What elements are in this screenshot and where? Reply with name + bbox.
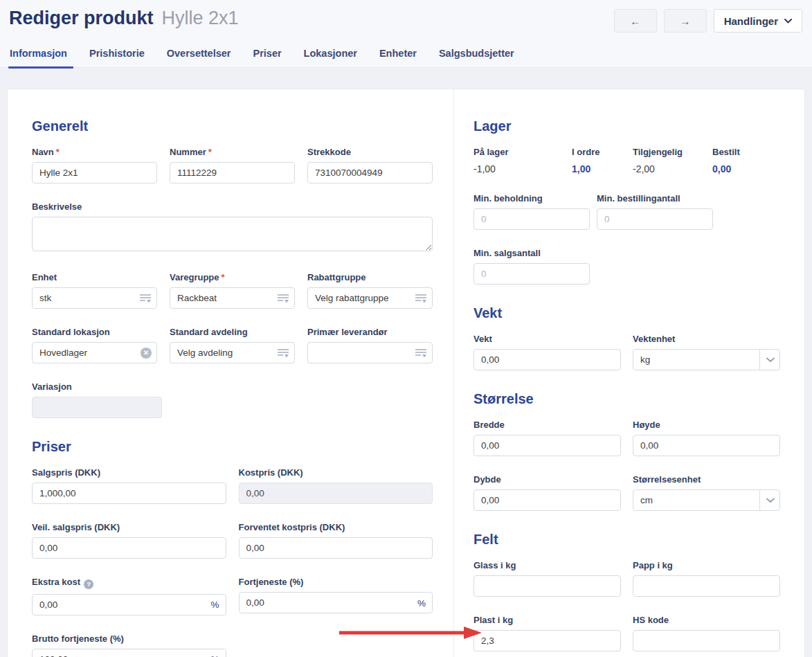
- field-glass-i-kg: Glass i kg: [473, 560, 621, 597]
- section-heading-generelt: Generelt: [32, 118, 433, 134]
- vektenhet-select[interactable]: [633, 349, 780, 370]
- chevron-down-icon: [784, 19, 792, 24]
- stat-tilgjengelig-value: -2,00: [633, 163, 712, 174]
- standard-avdeling-select[interactable]: [170, 342, 295, 363]
- dropdown-list-icon[interactable]: [140, 294, 152, 303]
- field-kostpris: Kostpris (DKK): [239, 467, 433, 504]
- dropdown-list-icon[interactable]: [415, 348, 427, 358]
- dropdown-list-icon[interactable]: [278, 294, 289, 303]
- field-standard-lokasjon: Standard lokasjon ✕: [32, 327, 157, 363]
- arrow-right-icon: →: [680, 15, 690, 27]
- tab-salgsbudsjetter[interactable]: Salgsbudsjetter: [438, 42, 515, 67]
- forventet-kostpris-input[interactable]: [239, 537, 433, 559]
- field-hs-kode: HS kode: [633, 615, 780, 651]
- tab-oversettelser[interactable]: Oversettelser: [166, 42, 232, 67]
- papp-i-kg-input[interactable]: [633, 575, 780, 597]
- varegruppe-label: Varegruppe: [170, 272, 219, 282]
- page-header: Rediger produkt Hylle 2x1 ← → Handlinger…: [0, 0, 812, 68]
- variasjon-input: [32, 397, 162, 418]
- beskrivelse-label: Beskrivelse: [32, 201, 433, 212]
- field-vekt: Vekt: [473, 334, 621, 370]
- nummer-input[interactable]: [170, 162, 295, 183]
- field-nummer: Nummer*: [170, 147, 295, 183]
- dropdown-list-icon[interactable]: [415, 294, 427, 303]
- help-icon[interactable]: ?: [84, 579, 93, 589]
- brutto-fortjeneste-label: Brutto fortjeneste (%): [32, 633, 226, 644]
- field-storrelsesenhet: Størrelsesenhet: [633, 474, 780, 511]
- kostpris-label: Kostpris (DKK): [239, 467, 433, 478]
- strekkode-input[interactable]: [307, 162, 433, 183]
- field-beskrivelse: Beskrivelse: [32, 201, 433, 254]
- navn-input[interactable]: [32, 162, 157, 183]
- bredde-label: Bredde: [473, 420, 621, 430]
- tab-prishistorie[interactable]: Prishistorie: [89, 42, 145, 67]
- brutto-fortjeneste-input[interactable]: [32, 649, 226, 657]
- tab-lokasjoner[interactable]: Lokasjoner: [303, 42, 358, 67]
- stat-i-ordre-value[interactable]: 1,00: [572, 163, 633, 174]
- required-asterisk: *: [222, 272, 225, 282]
- chevron-down-icon[interactable]: [759, 489, 780, 511]
- right-column: Lager På lager -1,00 I ordre 1,00 Tilgje…: [454, 89, 804, 657]
- enhet-select[interactable]: [32, 287, 157, 309]
- chevron-down-icon[interactable]: [759, 349, 780, 370]
- glass-i-kg-input[interactable]: [473, 575, 621, 597]
- min-salgsantall-input[interactable]: [473, 263, 590, 285]
- tab-priser[interactable]: Priser: [252, 42, 282, 67]
- veil-salgspris-input[interactable]: [32, 537, 226, 559]
- stat-tilgjengelig: Tilgjengelig -2,00: [633, 147, 712, 174]
- field-varegruppe: Varegruppe*: [170, 272, 295, 309]
- papp-i-kg-label: Papp i kg: [633, 560, 780, 570]
- dropdown-list-icon[interactable]: [278, 348, 289, 358]
- clear-icon[interactable]: ✕: [141, 348, 152, 359]
- ekstra-kost-input[interactable]: [32, 594, 226, 615]
- nummer-label: Nummer: [170, 147, 206, 157]
- min-salgsantall-label: Min. salgsantall: [473, 248, 590, 258]
- stock-stats: På lager -1,00 I ordre 1,00 Tilgjengelig…: [473, 147, 780, 174]
- plast-i-kg-input[interactable]: [473, 630, 621, 651]
- strekkode-label: Strekkode: [307, 147, 433, 157]
- fortjeneste-input[interactable]: [239, 592, 433, 613]
- storrelsesenhet-label: Størrelsesenhet: [633, 474, 780, 485]
- hoyde-input[interactable]: [633, 435, 780, 456]
- salgspris-label: Salgspris (DKK): [32, 467, 226, 478]
- vekt-input[interactable]: [473, 349, 621, 370]
- field-papp-i-kg: Papp i kg: [633, 560, 780, 597]
- standard-avdeling-label: Standard avdeling: [170, 327, 295, 337]
- field-variasjon: Variasjon: [32, 381, 433, 418]
- next-product-button[interactable]: →: [664, 9, 707, 33]
- ekstra-kost-label: Ekstra kost: [32, 577, 80, 587]
- dybde-input[interactable]: [473, 489, 621, 511]
- hoyde-label: Høyde: [633, 420, 780, 430]
- field-salgspris: Salgspris (DKK): [32, 467, 226, 504]
- standard-lokasjon-select[interactable]: [32, 342, 157, 363]
- field-vektenhet: Vektenhet: [633, 334, 780, 370]
- field-primaer-leverandor: Primær leverandør: [307, 327, 433, 363]
- field-standard-avdeling: Standard avdeling: [170, 327, 295, 363]
- field-ekstra-kost: Ekstra kost? %: [32, 577, 226, 615]
- rabattgruppe-select[interactable]: [307, 287, 433, 309]
- variasjon-label: Variasjon: [32, 381, 433, 392]
- field-bredde: Bredde: [473, 420, 621, 456]
- required-asterisk: *: [56, 147, 60, 157]
- min-beholdning-input[interactable]: [473, 208, 590, 230]
- bredde-input[interactable]: [473, 435, 621, 456]
- actions-button-label: Handlinger: [724, 15, 778, 27]
- previous-product-button[interactable]: ←: [614, 9, 657, 33]
- stat-bestilt-value[interactable]: 0,00: [712, 163, 780, 174]
- storrelsesenhet-select[interactable]: [633, 489, 780, 511]
- page-subtitle: Hylle 2x1: [162, 8, 239, 29]
- field-hoyde: Høyde: [633, 420, 780, 456]
- beskrivelse-textarea[interactable]: [32, 217, 433, 251]
- section-heading-storrelse: Størrelse: [473, 391, 780, 407]
- hs-kode-input[interactable]: [633, 630, 780, 651]
- salgspris-input[interactable]: [32, 483, 226, 504]
- tab-enheter[interactable]: Enheter: [379, 42, 417, 67]
- min-bestillingantall-input[interactable]: [597, 208, 713, 230]
- primaer-leverandor-select[interactable]: [307, 342, 433, 363]
- tab-informasjon[interactable]: Informasjon: [9, 42, 68, 67]
- rabattgruppe-label: Rabattgruppe: [307, 272, 433, 282]
- varegruppe-select[interactable]: [170, 287, 295, 309]
- page-title: Rediger produkt: [9, 8, 154, 29]
- hs-kode-label: HS kode: [633, 615, 780, 625]
- actions-button[interactable]: Handlinger: [714, 9, 802, 33]
